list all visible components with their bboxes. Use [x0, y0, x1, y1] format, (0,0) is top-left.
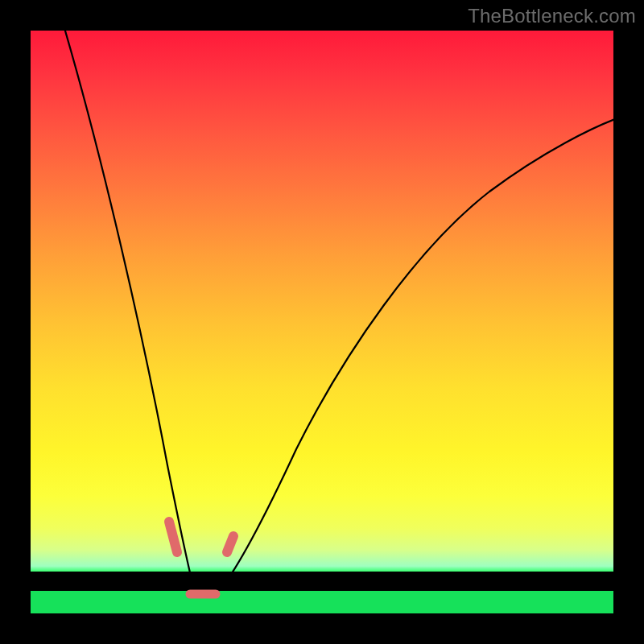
bottleneck-curve	[63, 31, 613, 593]
curve-layer	[31, 31, 613, 613]
chart-frame: TheBottleneck.com	[0, 0, 644, 644]
highlight-left	[169, 522, 177, 552]
highlight-right	[227, 536, 233, 552]
plot-area	[31, 31, 613, 613]
watermark-text: TheBottleneck.com	[468, 5, 636, 27]
